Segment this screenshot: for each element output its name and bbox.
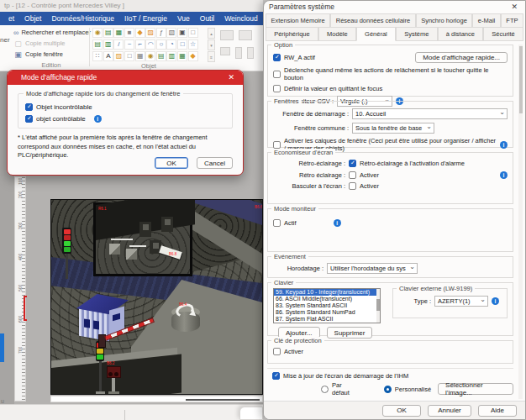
timestamp-select[interactable]: Utiliser l'horodatage du sys — [327, 263, 418, 274]
text-icon[interactable]: A — [103, 51, 113, 61]
ascii-icon[interactable]: ◆ — [135, 28, 145, 38]
picture-icon[interactable]: ▨ — [145, 28, 155, 38]
word-lamp-icon[interactable]: ▤ — [103, 28, 113, 38]
controllable-checkbox[interactable] — [25, 115, 33, 123]
tab-1[interactable]: Extension Mémoire — [266, 13, 330, 28]
pie-icon[interactable]: ◔ — [166, 39, 176, 50]
menu-item-5[interactable]: Vue — [172, 12, 195, 25]
scrollbar-thumb[interactable] — [186, 399, 260, 401]
settings-help-button[interactable]: Aide — [478, 405, 517, 417]
info-icon[interactable] — [334, 219, 341, 227]
backlight-checkbox[interactable] — [349, 171, 356, 179]
keyboard-list-item-4[interactable]: 86. System Standard NumPad — [274, 309, 380, 316]
dots-icon[interactable]: ∷ — [92, 51, 103, 61]
release-checkbox[interactable] — [273, 71, 281, 78]
bar-graph-icon[interactable]: ▤ — [156, 51, 166, 61]
star-icon[interactable]: ☆ — [188, 39, 198, 50]
line-icon[interactable]: / — [113, 39, 124, 50]
tab-2[interactable]: Modèle — [318, 27, 356, 41]
set-word-icon[interactable]: ▥ — [103, 39, 113, 50]
tab-1[interactable]: Périphérique — [266, 27, 318, 41]
uncontrollable-checkbox[interactable] — [25, 103, 33, 111]
rectangle-icon[interactable]: □ — [177, 39, 187, 50]
window-tool-icon[interactable] — [220, 47, 230, 55]
monitor-active-checkbox[interactable] — [273, 219, 281, 227]
default-radio[interactable] — [321, 386, 329, 393]
function-key-icon[interactable]: ƒ — [156, 28, 166, 38]
numeric-display-icon[interactable]: ■ — [124, 28, 134, 38]
window-paste-icon[interactable] — [239, 30, 252, 40]
tab-3[interactable]: Général — [356, 27, 396, 41]
horizontal-scrollbar[interactable] — [50, 396, 263, 402]
listbox-scrollbar-thumb[interactable] — [376, 299, 380, 311]
copy-window-button[interactable]: ▣ Copie fenêtre — [13, 49, 89, 60]
startup-update-checkbox[interactable] — [272, 372, 280, 380]
info-icon[interactable] — [500, 171, 508, 179]
keyboard-list-item-3[interactable]: 83. System Standard ASCII — [274, 302, 380, 309]
tab-4[interactable]: Système — [396, 27, 438, 41]
frame-icon[interactable]: □ — [124, 51, 134, 61]
focus-checkbox[interactable] — [273, 85, 281, 92]
info-icon[interactable] — [94, 115, 102, 123]
copy-multiple-button[interactable]: ▢ Copie multiple — [13, 38, 89, 49]
road-signal-object[interactable] — [107, 366, 121, 378]
arc-icon[interactable]: ◠ — [145, 39, 155, 50]
keyboard-list-item-1[interactable]: 59. Keypad 10 - Integer(translucent) — [274, 289, 380, 296]
trend-icon[interactable]: ▦ — [177, 51, 187, 61]
keyboard-list-item-2[interactable]: 66. ASCII Middle(translucent) — [274, 296, 380, 302]
numeric-input-icon[interactable]: ▦ — [113, 28, 124, 38]
tab-3[interactable]: Synchro horloge — [416, 13, 473, 28]
traffic-light-object-upper[interactable] — [62, 228, 71, 279]
menu-item-7[interactable]: Weincloud — [219, 12, 263, 25]
menu-item-1[interactable]: et — [3, 12, 19, 25]
window-list-icon[interactable] — [235, 47, 242, 59]
lamp-icon[interactable]: ◉ — [145, 51, 155, 61]
keyboard-listbox[interactable]: 59. Keypad 10 - Integer(translucent)66. … — [273, 288, 381, 323]
hmi-screen-canvas[interactable]: R6.1B6.8B6.4B6.2B6.6 — [50, 199, 263, 395]
window-layers-checkbox[interactable] — [273, 141, 281, 149]
window-copy-icon[interactable] — [220, 30, 234, 40]
menu-item-4[interactable]: IIoT / Energie — [119, 12, 172, 25]
remove-keyboard-button[interactable]: Supprimer — [327, 327, 373, 339]
close-icon[interactable]: ✕ — [228, 71, 234, 85]
info-icon[interactable] — [500, 141, 508, 149]
custom-radio[interactable] — [384, 386, 392, 393]
polyline-icon[interactable]: ⌐ — [135, 39, 145, 50]
more-objects-icon[interactable]: ≡ — [208, 51, 215, 62]
window-grid-icon[interactable] — [247, 47, 254, 59]
common-window-select[interactable]: Sous la fenêtre de base — [352, 123, 434, 134]
keyboard-list-item-5[interactable]: 87. System Flat ASCII — [274, 316, 380, 323]
detail-viewport-object[interactable] — [93, 202, 192, 276]
settings-scrollbar-thumb[interactable] — [519, 46, 523, 113]
toggle-switch-icon[interactable]: ▣ — [177, 28, 187, 38]
search-replace-button[interactable]: ∞ Rechercher et remplacer — [13, 27, 89, 38]
set-bit-icon[interactable]: ▤ — [92, 39, 103, 50]
settings-scrollbar[interactable] — [518, 45, 523, 399]
tab-5[interactable]: FTP — [501, 13, 523, 28]
settings-ok-button[interactable]: OK — [382, 405, 421, 417]
protection-enable-checkbox[interactable] — [273, 348, 281, 355]
image-icon[interactable]: ▨ — [113, 51, 124, 61]
tab-2[interactable]: Réseau données cellulaire — [330, 13, 415, 28]
startup-window-select[interactable]: 10. Accueil — [352, 108, 508, 119]
table-icon[interactable]: ▦ — [135, 51, 145, 61]
ok-button[interactable]: OK — [155, 157, 188, 169]
info-icon[interactable] — [492, 297, 499, 305]
bit-lamp-icon[interactable]: ◉ — [92, 28, 103, 38]
quick-display-mode-button[interactable]: Mode d'affichage rapide... — [415, 52, 508, 63]
menu-item-2[interactable]: Objet — [19, 12, 46, 25]
shape-icon[interactable]: ◆ — [188, 51, 198, 61]
wave-icon[interactable]: ~ — [124, 39, 134, 50]
cancel-button[interactable]: Cancel — [197, 157, 233, 169]
tab-5[interactable]: à distance — [438, 27, 484, 41]
docked-panel-edge[interactable] — [0, 333, 4, 362]
report-icon[interactable]: ▧ — [166, 28, 176, 38]
close-icon[interactable]: ✕ — [511, 1, 518, 13]
tab-4[interactable]: e-Mail — [472, 13, 500, 28]
meter-icon[interactable]: ▥ — [166, 51, 176, 61]
keyboard-type-select[interactable]: AZERTY(1) — [434, 296, 488, 307]
select-image-button[interactable]: Sélectionner l'image... — [438, 383, 513, 395]
tab-6[interactable]: Sécurité — [483, 27, 523, 41]
switch-screen-checkbox[interactable] — [349, 182, 356, 190]
traffic-light-object-lower[interactable] — [96, 341, 105, 394]
